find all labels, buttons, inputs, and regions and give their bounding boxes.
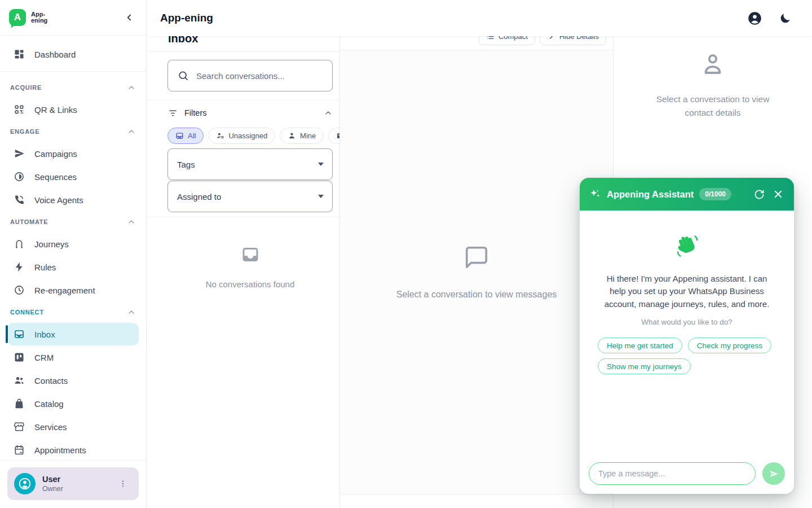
sparkles-icon bbox=[589, 188, 601, 200]
user-card[interactable]: User Owner bbox=[7, 467, 139, 500]
inbox-empty-icon bbox=[240, 244, 261, 265]
sidebar-item-label: Catalog bbox=[34, 399, 64, 409]
waving-hand-icon bbox=[673, 232, 700, 259]
users-icon bbox=[14, 375, 25, 386]
sidebar-item-label: Voice Agents bbox=[34, 195, 83, 205]
sequences-icon bbox=[14, 171, 25, 182]
filter-icon bbox=[168, 108, 178, 118]
sidebar-item-campaigns[interactable]: Campaigns bbox=[7, 142, 139, 165]
sidebar-item-services[interactable]: Services bbox=[7, 415, 139, 438]
assigned-to-select[interactable]: Assigned to bbox=[167, 181, 333, 212]
user-x-icon bbox=[216, 132, 224, 140]
tags-select-label: Tags bbox=[177, 160, 195, 169]
chevron-left-icon bbox=[124, 12, 134, 23]
sidebar-item-dashboard[interactable]: Dashboard bbox=[7, 43, 139, 65]
user-menu-button[interactable] bbox=[118, 477, 132, 491]
assistant-close-button[interactable] bbox=[771, 187, 785, 201]
sidebar-nav: Dashboard ACQUIRE QR & Links ENGAGE bbox=[0, 36, 146, 457]
sidebar-item-qr-links[interactable]: QR & Links bbox=[7, 98, 139, 121]
user-name: User bbox=[42, 475, 63, 484]
sidebar-item-journeys[interactable]: Journeys bbox=[7, 233, 139, 255]
chevron-up-icon bbox=[127, 127, 136, 136]
messages-empty-state: Select a conversation to view messages bbox=[340, 50, 613, 494]
user-circle-icon bbox=[747, 11, 762, 26]
sidebar-item-contacts[interactable]: Contacts bbox=[7, 369, 139, 392]
section-engage[interactable]: ENGAGE bbox=[0, 121, 146, 142]
quick-action-check-progress[interactable]: Check my progress bbox=[688, 338, 771, 353]
section-automate[interactable]: AUTOMATE bbox=[0, 212, 146, 232]
section-connect[interactable]: CONNECT bbox=[0, 302, 146, 322]
shopping-bag-icon bbox=[14, 398, 25, 409]
sidebar-item-rules[interactable]: Rules bbox=[7, 256, 139, 278]
journeys-icon bbox=[14, 238, 25, 249]
calendar-icon bbox=[14, 444, 25, 456]
dashboard-icon bbox=[14, 49, 25, 60]
filters-label: Filters bbox=[184, 108, 206, 117]
filter-chips: All Unassigned Mine bbox=[167, 128, 340, 144]
divider bbox=[147, 100, 339, 100]
store-icon bbox=[14, 421, 25, 432]
tags-select[interactable]: Tags bbox=[167, 148, 333, 180]
moon-icon bbox=[779, 12, 792, 25]
sidebar-item-label: Appointments bbox=[34, 445, 86, 455]
account-button[interactable] bbox=[747, 10, 762, 26]
phone-call-icon bbox=[14, 194, 25, 205]
filter-chip-unread[interactable]: Unread bbox=[328, 128, 340, 144]
sidebar-collapse-button[interactable] bbox=[121, 10, 137, 25]
sidebar-item-voice-agents[interactable]: Voice Agents bbox=[7, 189, 139, 211]
sidebar-item-label: Sequences bbox=[34, 172, 77, 182]
chevron-up-icon bbox=[127, 83, 136, 92]
dark-mode-toggle[interactable] bbox=[777, 10, 793, 26]
assistant-body: Hi there! I'm your Appening assistant. I… bbox=[580, 211, 794, 457]
divider bbox=[0, 71, 146, 72]
quick-action-show-journeys[interactable]: Show me my journeys bbox=[598, 358, 691, 374]
sidebar-item-catalog[interactable]: Catalog bbox=[7, 392, 139, 415]
inbox-title: Inbox bbox=[168, 36, 339, 46]
page-title: App-ening bbox=[160, 12, 213, 24]
quick-action-get-started[interactable]: Help me get started bbox=[598, 338, 682, 353]
user-meta: User Owner bbox=[42, 475, 63, 493]
assistant-refresh-button[interactable] bbox=[752, 187, 766, 201]
sidebar-item-label: Dashboard bbox=[34, 50, 76, 59]
dots-vertical-icon bbox=[118, 479, 132, 488]
assistant-prompt: What would you like to do? bbox=[580, 318, 794, 326]
conversations-empty-text: No conversations found bbox=[206, 279, 295, 289]
chevron-down-icon bbox=[318, 163, 324, 169]
search-input[interactable] bbox=[196, 71, 324, 81]
assistant-widget: Appening Assistant 0/1000 bbox=[580, 178, 794, 494]
assistant-greeting: Hi there! I'm your Appening assistant. I… bbox=[598, 273, 776, 310]
filter-chip-all[interactable]: All bbox=[167, 128, 204, 144]
chevron-up-icon bbox=[127, 217, 136, 226]
chevron-up-icon bbox=[127, 308, 136, 317]
sidebar-item-label: Rules bbox=[34, 262, 56, 272]
sidebar-item-re-engagement[interactable]: Re-engagement bbox=[7, 279, 139, 301]
sidebar-item-sequences[interactable]: Sequences bbox=[7, 165, 139, 188]
mail-unread-icon bbox=[336, 132, 340, 140]
section-acquire[interactable]: ACQUIRE bbox=[0, 77, 146, 98]
details-empty-text: Select a conversation to view contact de… bbox=[656, 93, 770, 120]
conversations-empty-state: No conversations found bbox=[147, 244, 339, 289]
topbar: App-ening bbox=[147, 0, 812, 36]
filter-chip-unassigned[interactable]: Unassigned bbox=[208, 128, 275, 144]
send-button[interactable] bbox=[762, 462, 785, 485]
send-icon bbox=[14, 148, 25, 159]
sidebar-item-appointments[interactable]: Appointments bbox=[7, 439, 139, 457]
filter-chip-mine[interactable]: Mine bbox=[280, 128, 324, 144]
user-role: Owner bbox=[42, 485, 63, 493]
topbar-actions bbox=[747, 10, 793, 26]
inbox-panel-header: Inbox bbox=[147, 36, 339, 51]
sidebar: A App- ening Dashboard ACQUIRE bbox=[0, 0, 147, 508]
sidebar-item-crm[interactable]: CRM bbox=[7, 346, 139, 369]
assistant-message-input[interactable] bbox=[589, 462, 756, 485]
message-counter-badge: 0/1000 bbox=[699, 188, 731, 200]
assigned-to-select-label: Assigned to bbox=[177, 192, 221, 202]
close-icon bbox=[773, 189, 783, 199]
sidebar-item-label: Inbox bbox=[34, 330, 55, 339]
sidebar-item-inbox[interactable]: Inbox bbox=[7, 323, 139, 345]
inbox-icon bbox=[175, 132, 184, 140]
assistant-title: Appening Assistant bbox=[607, 189, 694, 200]
qr-code-icon bbox=[14, 104, 25, 115]
messages-panel: Compact Hide Details Select a conversati… bbox=[340, 36, 614, 508]
filters-toggle[interactable]: Filters bbox=[168, 106, 333, 120]
inbox-panel: Inbox Filters bbox=[147, 36, 340, 508]
